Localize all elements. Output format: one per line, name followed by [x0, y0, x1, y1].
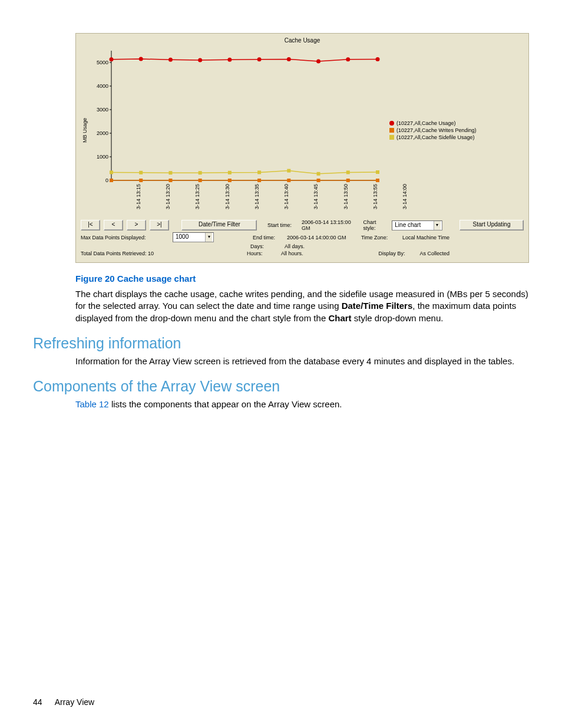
total-data-points-label: Total Data Points Retrieved: 10: [81, 251, 208, 256]
chart-svg: 010002000300040005000: [89, 45, 384, 216]
svg-text:4000: 4000: [97, 83, 108, 89]
heading-components: Components of the Array View screen: [33, 378, 529, 395]
nav-last-button[interactable]: >|: [150, 220, 169, 230]
legend-label: (10227,All,Cache Usage): [396, 120, 456, 127]
hours-label: Hours:: [247, 251, 277, 256]
svg-rect-50: [287, 169, 290, 173]
svg-text:5000: 5000: [97, 60, 108, 65]
svg-text:3000: 3000: [97, 107, 108, 113]
svg-rect-40: [287, 179, 290, 182]
svg-point-30: [287, 57, 291, 61]
chart-legend: (10227,All,Cache Usage)(10227,All,Cache …: [384, 120, 476, 141]
chart-controls: |< < > >| Date/Time Filter Start time:20…: [81, 219, 524, 256]
svg-point-31: [316, 60, 320, 64]
chart-style-select[interactable]: Line chart: [392, 220, 442, 230]
chart-y-axis-label: MB Usage: [81, 118, 89, 143]
chart-style-label: Chart style:: [363, 219, 389, 231]
display-by-label: Display By:: [378, 251, 416, 256]
legend-label: (10227,All,Cache Sidefile Usage): [396, 134, 475, 141]
start-updating-button[interactable]: Start Updating: [459, 220, 524, 230]
nav-next-button[interactable]: >: [127, 220, 146, 230]
nav-first-button[interactable]: |<: [81, 220, 100, 230]
svg-point-28: [227, 58, 232, 62]
hours-value: All hours.: [281, 251, 303, 256]
footer-section-title: Array View: [55, 697, 94, 707]
chart-x-tick: 3-14 14:00: [402, 184, 408, 209]
svg-rect-53: [376, 170, 379, 174]
time-zone-value: Local Machine Time: [402, 235, 449, 241]
chart-plot-area: 010002000300040005000 3-14 13:153-14 13:…: [89, 45, 384, 216]
svg-text:1000: 1000: [97, 154, 108, 160]
svg-rect-45: [139, 171, 143, 174]
legend-marker-icon: [389, 121, 394, 126]
page-footer: 44 Array View: [33, 697, 94, 707]
start-time-label: Start time:: [267, 222, 298, 228]
svg-rect-34: [110, 179, 113, 182]
cache-usage-chart-panel: Cache Usage MB Usage 0100020003000400050…: [75, 33, 529, 263]
svg-rect-42: [346, 179, 350, 182]
chart-title: Cache Usage: [81, 37, 524, 44]
svg-rect-52: [346, 170, 350, 174]
legend-item: (10227,All,Cache Sidefile Usage): [389, 134, 476, 141]
svg-point-24: [110, 57, 114, 61]
max-data-points-select[interactable]: 1000: [173, 232, 214, 242]
svg-rect-49: [257, 170, 261, 174]
svg-rect-41: [317, 179, 320, 182]
legend-marker-icon: [389, 128, 394, 133]
svg-text:2000: 2000: [97, 130, 108, 136]
svg-point-26: [168, 58, 173, 62]
svg-point-33: [376, 57, 380, 61]
start-time-value: 2006-03-14 13:15:00 GM: [302, 219, 356, 231]
svg-rect-36: [168, 179, 172, 182]
svg-rect-51: [317, 172, 320, 176]
svg-point-25: [139, 57, 143, 61]
days-label: Days:: [250, 243, 281, 249]
svg-rect-47: [199, 171, 202, 174]
date-time-filter-button[interactable]: Date/Time Filter: [181, 220, 257, 230]
nav-prev-button[interactable]: <: [104, 220, 123, 230]
figure-caption: Figure 20 Cache usage chart: [75, 274, 529, 284]
svg-text:0: 0: [105, 177, 108, 183]
end-time-label: End time:: [253, 235, 283, 241]
end-time-value: 2006-03-14 14:00:00 GM: [287, 235, 346, 241]
svg-point-27: [198, 58, 202, 62]
svg-rect-39: [257, 179, 261, 182]
page-number: 44: [33, 697, 42, 707]
svg-point-29: [257, 57, 262, 61]
svg-rect-37: [199, 179, 202, 182]
svg-rect-35: [139, 179, 143, 182]
document-page: Cache Usage MB Usage 0100020003000400050…: [0, 0, 562, 728]
svg-rect-44: [110, 170, 113, 174]
table-12-link[interactable]: Table 12: [75, 399, 109, 409]
legend-marker-icon: [389, 135, 394, 140]
svg-rect-46: [168, 171, 172, 174]
figure-description: The chart displays the cache usage, cach…: [75, 288, 529, 324]
legend-item: (10227,All,Cache Writes Pending): [389, 127, 476, 134]
svg-rect-48: [228, 171, 232, 174]
components-text: Table 12 lists the components that appea…: [75, 398, 529, 410]
svg-rect-43: [376, 179, 379, 182]
refreshing-information-text: Information for the Array View screen is…: [75, 355, 529, 367]
svg-point-32: [346, 57, 350, 61]
legend-label: (10227,All,Cache Writes Pending): [396, 127, 476, 134]
days-value: All days.: [285, 243, 305, 249]
max-data-points-label: Max Data Points Displayed:: [81, 235, 169, 241]
legend-item: (10227,All,Cache Usage): [389, 120, 476, 127]
svg-rect-38: [228, 179, 232, 182]
time-zone-label: Time Zone:: [361, 235, 399, 241]
heading-refreshing-information: Refreshing information: [33, 335, 529, 352]
display-by-value: As Collected: [419, 251, 449, 256]
